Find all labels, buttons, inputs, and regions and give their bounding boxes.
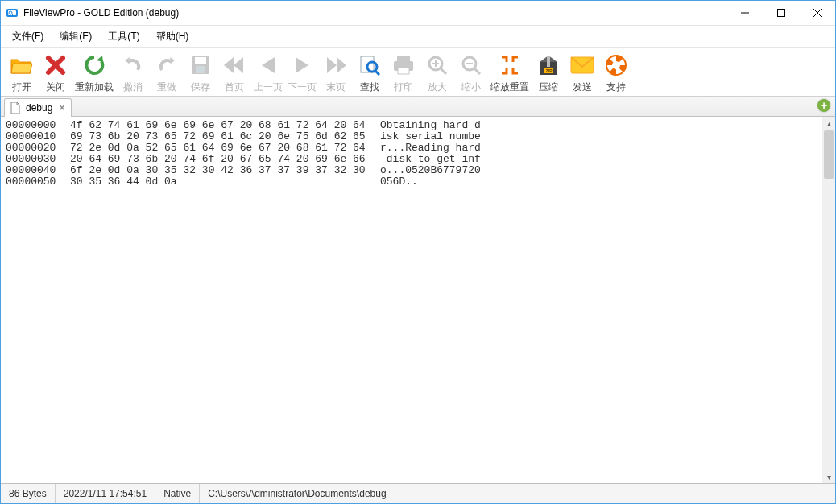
window-title: FileViewPro - GOLD Edition (debug) — [23, 7, 179, 19]
toolbar-label: 撤消 — [123, 81, 143, 94]
titlebar: FileViewPro - GOLD Edition (debug) — [1, 1, 835, 26]
next-icon — [289, 52, 315, 78]
toolbar-label: 保存 — [191, 81, 210, 94]
menu-file[interactable]: 文件(F) — [4, 27, 52, 47]
toolbar-find-button[interactable]: 查找 — [354, 51, 386, 94]
hex-row: 0000002072 2e 0d 0a 52 65 61 64 69 6e 67… — [6, 143, 817, 154]
svg-rect-5 — [777, 10, 784, 17]
menu-tools[interactable]: 工具(T) — [100, 27, 147, 47]
close-button[interactable] — [799, 2, 835, 25]
scroll-down-icon[interactable]: ▾ — [822, 470, 835, 483]
tabstrip: debug × + — [1, 97, 835, 117]
toolbar-label: 打开 — [12, 81, 31, 94]
toolbar-last-button: 末页 — [320, 51, 352, 94]
undo-icon — [120, 52, 146, 78]
menu-help[interactable]: 帮助(H) — [148, 27, 197, 47]
hex-view[interactable]: 000000004f 62 74 61 69 6e 69 6e 67 20 68… — [1, 117, 822, 483]
svg-rect-18 — [398, 68, 409, 74]
open-icon — [9, 52, 35, 78]
toolbar-support-button[interactable]: 支持 — [600, 51, 632, 94]
close-icon — [43, 52, 68, 78]
toolbar-zoomreset-button[interactable]: 缩放重置 — [489, 51, 531, 94]
scroll-up-icon[interactable]: ▴ — [822, 117, 835, 130]
first-icon — [221, 52, 247, 78]
status-mode: Native — [155, 484, 200, 503]
tab-label: debug — [26, 102, 52, 114]
toolbar-label: 重做 — [157, 81, 176, 94]
print-icon — [391, 52, 416, 78]
hex-row: 000000406f 2e 0d 0a 30 35 32 30 42 36 37… — [6, 165, 817, 176]
toolbar-label: 首页 — [225, 81, 244, 94]
toolbar-zoomout-button: 缩小 — [455, 51, 487, 94]
last-icon — [323, 52, 349, 78]
hex-row: 0000003020 64 69 73 6b 20 74 6f 20 67 65… — [6, 154, 817, 165]
prev-icon — [255, 52, 281, 78]
toolbar-label: 打印 — [394, 81, 413, 94]
toolbar-label: 缩小 — [461, 81, 481, 94]
toolbar-next-button: 下一页 — [286, 51, 318, 94]
svg-line-15 — [375, 71, 379, 75]
toolbar-redo-button: 重做 — [151, 51, 183, 94]
toolbar-label: 放大 — [428, 81, 447, 94]
zoomreset-icon — [497, 52, 523, 78]
svg-rect-16 — [397, 56, 410, 61]
toolbar-send-button[interactable]: 发送 — [566, 51, 598, 94]
status-time: 2022/1/11 17:54:51 — [56, 484, 155, 503]
scroll-thumb[interactable] — [824, 130, 834, 179]
toolbar-label: 重新加载 — [75, 81, 114, 94]
toolbar-zip-button[interactable]: .ZIP压缩 — [532, 51, 565, 94]
toolbar-label: 关闭 — [46, 81, 65, 94]
status-size: 86 Bytes — [1, 484, 56, 503]
hex-row: 0000005030 35 36 44 0d 0a 056D.. — [6, 176, 817, 188]
zip-icon: .ZIP — [536, 52, 561, 78]
svg-line-24 — [474, 68, 480, 74]
support-icon — [603, 52, 629, 78]
save-icon — [188, 52, 213, 78]
hex-row: 0000001069 73 6b 20 73 65 72 69 61 6c 20… — [6, 131, 817, 143]
svg-rect-12 — [196, 66, 205, 73]
toolbar-label: 上一页 — [254, 81, 283, 94]
find-icon — [357, 52, 383, 78]
statusbar: 86 Bytes 2022/1/11 17:54:51 Native C:\Us… — [1, 484, 835, 503]
svg-rect-11 — [195, 57, 206, 64]
tab-debug[interactable]: debug × — [4, 98, 72, 117]
send-icon — [569, 52, 595, 78]
toolbar-reload-button[interactable]: 重新加载 — [73, 51, 115, 94]
new-tab-button[interactable]: + — [817, 99, 830, 112]
toolbar-first-button: 首页 — [218, 51, 250, 94]
toolbar-label: 下一页 — [288, 81, 317, 94]
svg-rect-28 — [547, 56, 550, 67]
redo-icon — [154, 52, 180, 78]
hex-row: 000000004f 62 74 61 69 6e 69 6e 67 20 68… — [6, 120, 817, 131]
app-icon — [6, 6, 19, 19]
toolbar-label: 缩放重置 — [490, 81, 529, 94]
toolbar-label: 压缩 — [539, 81, 558, 94]
toolbar: 打开关闭重新加载撤消重做保存首页上一页下一页末页查找打印放大缩小缩放重置.ZIP… — [1, 48, 835, 97]
zoomin-icon — [424, 52, 450, 78]
toolbar-close-button[interactable]: 关闭 — [39, 51, 72, 94]
toolbar-undo-button: 撤消 — [117, 51, 149, 94]
toolbar-label: 支持 — [606, 81, 626, 94]
toolbar-label: 发送 — [573, 81, 592, 94]
zoomout-icon — [458, 52, 484, 78]
menu-edit[interactable]: 编辑(E) — [52, 27, 100, 47]
toolbar-prev-button: 上一页 — [252, 51, 284, 94]
svg-text:.ZIP: .ZIP — [544, 68, 553, 73]
maximize-button[interactable] — [763, 2, 799, 25]
toolbar-zoomin-button: 放大 — [421, 51, 453, 94]
reload-icon — [81, 52, 107, 78]
toolbar-open-button[interactable]: 打开 — [6, 51, 38, 94]
minimize-button[interactable] — [726, 2, 763, 25]
toolbar-print-button: 打印 — [387, 51, 420, 94]
toolbar-label: 查找 — [360, 81, 379, 94]
svg-line-20 — [441, 68, 446, 74]
toolbar-save-button: 保存 — [184, 51, 217, 94]
hex-view-container: 000000004f 62 74 61 69 6e 69 6e 67 20 68… — [1, 117, 835, 484]
file-icon — [10, 102, 21, 114]
toolbar-label: 末页 — [326, 81, 346, 94]
vertical-scrollbar[interactable]: ▴ ▾ — [822, 117, 835, 483]
tab-close-button[interactable]: × — [57, 102, 66, 114]
menubar: 文件(F) 编辑(E) 工具(T) 帮助(H) — [1, 26, 835, 48]
status-path: C:\Users\Administrator\Documents\debug — [200, 484, 394, 503]
